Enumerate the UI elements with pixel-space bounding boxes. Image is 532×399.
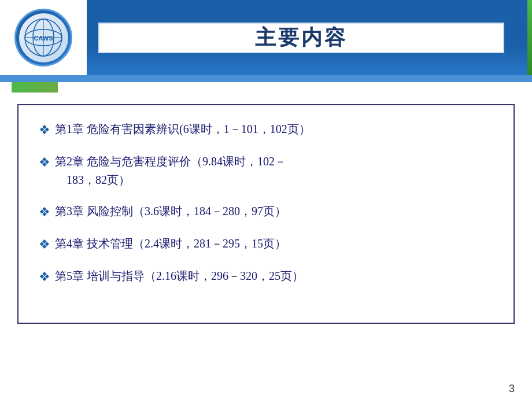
chapter-text-4: 第4章 技术管理（2.4课时，281－295，15页） [55, 234, 286, 253]
bullet-1: ❖ [39, 120, 50, 139]
bullet-5: ❖ [39, 267, 50, 286]
slide-title: 主要内容 [255, 24, 348, 52]
slide: CAWS 主要内容 ❖ 第1章 危险有害因素辨识(6课时，1－101，102页）… [0, 0, 532, 399]
content-area: ❖ 第1章 危险有害因素辨识(6课时，1－101，102页） ❖ 第2章 危险与… [0, 93, 532, 379]
chapter-item-1: ❖ 第1章 危险有害因素辨识(6课时，1－101，102页） [39, 120, 493, 139]
logo-inner: CAWS [19, 13, 68, 62]
bullet-3: ❖ [39, 202, 50, 221]
logo-circle: CAWS [14, 9, 72, 66]
logo-icon: CAWS [23, 17, 64, 58]
right-accent-bar [527, 0, 532, 75]
page-number: 3 [509, 383, 515, 395]
chapter-text-2: 第2章 危险与危害程度评价（9.84课时，102－ 183，82页） [55, 152, 286, 189]
chapter-item-4: ❖ 第4章 技术管理（2.4课时，281－295，15页） [39, 234, 493, 254]
chapter-text-3: 第3章 风险控制（3.6课时，184－280，97页） [55, 202, 286, 220]
content-box: ❖ 第1章 危险有害因素辨识(6课时，1－101，102页） ❖ 第2章 危险与… [17, 104, 515, 324]
chapter-item-5: ❖ 第5章 培训与指导（2.16课时，296－320，25页） [39, 267, 493, 286]
chapter-text-1: 第1章 危险有害因素辨识(6课时，1－101，102页） [55, 120, 311, 138]
green-accent-row [0, 82, 532, 93]
blue-stripe [0, 75, 532, 82]
chapter-item-2: ❖ 第2章 危险与危害程度评价（9.84课时，102－ 183，82页） [39, 152, 493, 189]
footer: 3 [0, 379, 532, 399]
bullet-4: ❖ [39, 235, 50, 254]
bullet-2: ❖ [39, 153, 50, 172]
chapter-text-5: 第5章 培训与指导（2.16课时，296－320，25页） [55, 267, 304, 285]
chapter-item-3: ❖ 第3章 风险控制（3.6课时，184－280，97页） [39, 202, 493, 221]
header: CAWS 主要内容 [0, 0, 532, 75]
svg-text:CAWS: CAWS [34, 35, 53, 42]
logo-area: CAWS [0, 0, 87, 75]
title-box: 主要内容 [98, 23, 504, 53]
green-bar [12, 82, 58, 93]
